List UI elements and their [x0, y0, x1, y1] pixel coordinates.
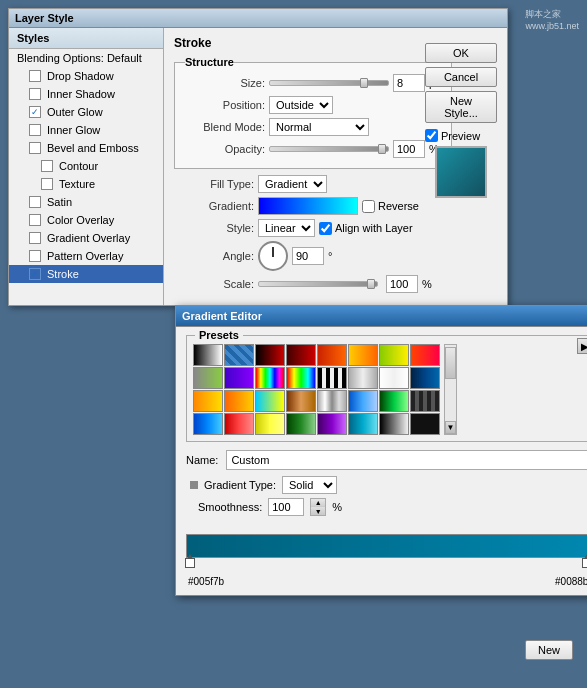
style-select[interactable]: Linear	[258, 219, 315, 237]
texture-checkbox[interactable]	[41, 178, 53, 190]
preset-rainbow2[interactable]	[286, 367, 316, 389]
preset-dark-red[interactable]	[286, 344, 316, 366]
sidebar-item-gradient-overlay[interactable]: Gradient Overlay	[9, 229, 163, 247]
preset-red-multi[interactable]	[224, 413, 254, 435]
gradient-row: Gradient: Reverse	[174, 197, 452, 215]
sidebar-item-inner-glow[interactable]: Inner Glow	[9, 121, 163, 139]
angle-unit: °	[328, 250, 332, 262]
drop-shadow-label: Drop Shadow	[47, 70, 114, 82]
smoothness-input[interactable]	[268, 498, 304, 516]
preset-black-red[interactable]	[255, 344, 285, 366]
bottom-new-area: New	[525, 640, 573, 660]
angle-dial[interactable]	[258, 241, 288, 271]
inner-glow-checkbox[interactable]	[29, 124, 41, 136]
preset-dark-stripe[interactable]	[410, 390, 440, 412]
preset-silver-stripe[interactable]	[348, 367, 378, 389]
sidebar-item-inner-shadow[interactable]: Inner Shadow	[9, 85, 163, 103]
cancel-button[interactable]: Cancel	[425, 67, 497, 87]
presets-grid	[193, 344, 440, 435]
stop-marker-left[interactable]	[185, 558, 195, 568]
reverse-label[interactable]: Reverse	[362, 200, 419, 213]
sidebar-item-texture[interactable]: Texture	[9, 175, 163, 193]
outer-glow-checkbox[interactable]: ✓	[29, 106, 41, 118]
sidebar-item-bevel-emboss[interactable]: Bevel and Emboss	[9, 139, 163, 157]
pattern-overlay-checkbox[interactable]	[29, 250, 41, 262]
inner-shadow-checkbox[interactable]	[29, 88, 41, 100]
preset-dark[interactable]	[410, 413, 440, 435]
scale-input[interactable]	[386, 275, 418, 293]
opacity-input[interactable]	[393, 140, 425, 158]
fill-type-select[interactable]: Gradient Color Pattern	[258, 175, 327, 193]
sidebar-item-contour[interactable]: Contour	[9, 157, 163, 175]
fill-type-label: Fill Type:	[174, 178, 254, 190]
preview-checkbox[interactable]	[425, 129, 438, 142]
sidebar-item-outer-glow[interactable]: ✓ Outer Glow	[9, 103, 163, 121]
presets-row-1	[193, 344, 440, 366]
angle-input[interactable]	[292, 247, 324, 265]
sidebar-item-stroke[interactable]: ✓ Stroke	[9, 265, 163, 283]
bevel-emboss-checkbox[interactable]	[29, 142, 41, 154]
new-style-button[interactable]: New Style...	[425, 91, 497, 123]
size-slider[interactable]	[269, 80, 389, 86]
styles-panel-header: Styles	[9, 28, 163, 49]
preset-yellow-multi[interactable]	[255, 413, 285, 435]
preset-blue-purple[interactable]	[224, 367, 254, 389]
preset-black-white[interactable]	[193, 344, 223, 366]
align-layer-label[interactable]: Align with Layer	[319, 222, 413, 235]
sidebar-item-pattern-overlay[interactable]: Pattern Overlay	[9, 247, 163, 265]
preset-red-orange[interactable]	[317, 344, 347, 366]
drop-shadow-checkbox[interactable]	[29, 70, 41, 82]
align-layer-checkbox[interactable]	[319, 222, 332, 235]
preset-silver-green[interactable]	[193, 367, 223, 389]
new-gradient-button[interactable]: New	[525, 640, 573, 660]
satin-checkbox[interactable]	[29, 196, 41, 208]
preset-black-fade[interactable]	[379, 413, 409, 435]
preset-orange-yellow[interactable]	[193, 390, 223, 412]
preset-orange-red[interactable]	[410, 344, 440, 366]
gradient-type-select[interactable]: Solid Noise	[282, 476, 337, 494]
reverse-checkbox[interactable]	[362, 200, 375, 213]
name-input[interactable]	[226, 450, 587, 470]
ok-button[interactable]: OK	[425, 43, 497, 63]
preset-copper[interactable]	[286, 390, 316, 412]
preset-rainbow[interactable]	[255, 367, 285, 389]
opacity-slider[interactable]	[269, 146, 389, 152]
preset-teal[interactable]	[348, 413, 378, 435]
scale-slider[interactable]	[258, 281, 378, 287]
preset-hatched-blue[interactable]	[224, 344, 254, 366]
stop-marker-right[interactable]	[582, 558, 587, 568]
gradient-swatch[interactable]	[258, 197, 358, 215]
preset-black-stripe[interactable]	[317, 367, 347, 389]
sidebar-item-color-overlay[interactable]: Color Overlay	[9, 211, 163, 229]
presets-scrollbar-thumb[interactable]	[445, 347, 456, 379]
smoothness-down-arrow[interactable]: ▼	[311, 507, 325, 515]
gradient-color-strip[interactable]	[186, 534, 587, 558]
preset-green-multi[interactable]	[379, 390, 409, 412]
presets-scroll-down[interactable]: ▼	[445, 421, 456, 434]
preset-yellow-green[interactable]	[379, 344, 409, 366]
blend-mode-select[interactable]: Normal	[269, 118, 369, 136]
presets-menu-button[interactable]: ▶	[577, 338, 587, 354]
preset-silver-multi[interactable]	[317, 390, 347, 412]
sidebar-item-satin[interactable]: Satin	[9, 193, 163, 211]
size-input[interactable]	[393, 74, 425, 92]
position-select[interactable]: Outside Inside Center	[269, 96, 333, 114]
preset-purple-multi[interactable]	[317, 413, 347, 435]
preset-orange-multi[interactable]	[224, 390, 254, 412]
stroke-checkbox[interactable]: ✓	[29, 268, 41, 280]
preset-green2[interactable]	[286, 413, 316, 435]
sidebar-item-drop-shadow[interactable]: Drop Shadow	[9, 67, 163, 85]
preset-cyan-yellow[interactable]	[255, 390, 285, 412]
stroke-title: Stroke	[174, 36, 452, 50]
preset-dark-multi[interactable]	[410, 367, 440, 389]
contour-checkbox[interactable]	[41, 160, 53, 172]
gradient-overlay-checkbox[interactable]	[29, 232, 41, 244]
sidebar-item-blending-options[interactable]: Blending Options: Default	[9, 49, 163, 67]
smoothness-up-arrow[interactable]: ▲	[311, 499, 325, 507]
preset-white-stripe[interactable]	[379, 367, 409, 389]
preset-blue-multi[interactable]	[193, 413, 223, 435]
preset-yellow-orange[interactable]	[348, 344, 378, 366]
preset-blue-sky[interactable]	[348, 390, 378, 412]
presets-scrollbar[interactable]: ▼	[444, 344, 457, 435]
color-overlay-checkbox[interactable]	[29, 214, 41, 226]
